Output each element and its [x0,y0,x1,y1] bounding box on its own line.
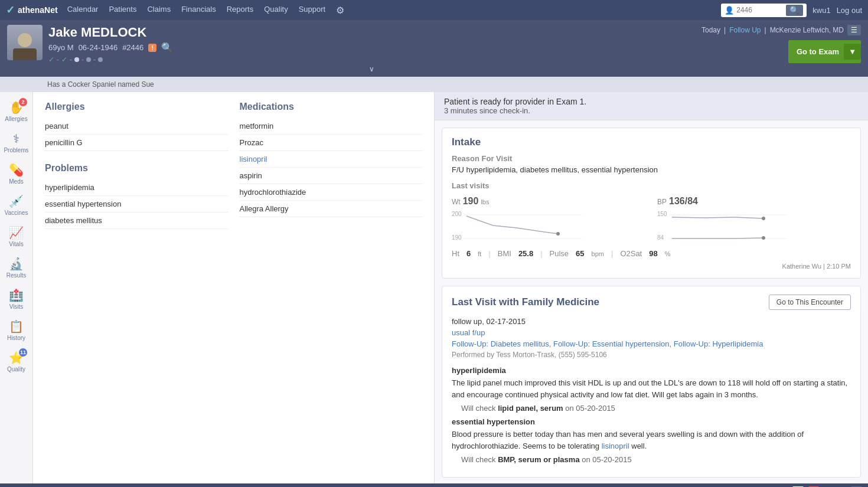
sidebar-item-vaccines[interactable]: 💉 Vaccines [1,191,32,220]
med-name-2[interactable]: lisinopril [240,155,267,164]
patient-age: 69yo M [48,43,74,52]
patient-status-bar: Patient is ready for provider in Exam 1.… [435,92,868,120]
sidebar-item-visits[interactable]: 🏥 Visits [1,285,32,313]
top-nav: ✓ athenaNet Calendar Patients Claims Fin… [0,0,868,20]
workflow-dash1: - [57,55,59,64]
lisinopril-link[interactable]: lisinopril [602,442,629,450]
brand-name: athenaNet [18,5,58,15]
sidebar-visits-label: Visits [9,303,24,310]
main-content: ✋ 2 Allergies ⚕ Problems 💊 Meds 💉 Vaccin… [0,92,868,483]
meds-icon: 💊 [9,163,24,177]
go-exam-dropdown-arrow[interactable]: ▼ [844,44,861,60]
sep2: | [540,249,542,258]
patient-avatar [7,25,43,60]
reason-value: F/U hyperlipidemia, diabetes mellitus, e… [452,165,851,174]
status-line2: 3 minutes since check-in. [444,106,586,115]
nav-claims[interactable]: Claims [147,5,171,16]
sidebar-vitals-label: Vitals [9,241,23,247]
sidebar-item-problems[interactable]: ⚕ Problems [1,128,32,157]
sidebar-meds-label: Meds [9,178,23,185]
ht-label: Ht [452,249,459,258]
history-icon: 📋 [9,319,24,334]
vitals-icon: 📈 [9,225,24,240]
header-sep1: | [724,26,726,34]
med-name-1: Prozac [240,138,263,147]
weight-unit: lbs [481,198,489,205]
weight-chart: Wt 190 lbs 200 190 [452,196,645,243]
workflow-dash3: - [81,55,84,64]
go-exam-container: Go to Exam ▼ [788,40,861,63]
sidebar-item-history[interactable]: 📋 History [1,316,32,345]
credit-name: Katherine Wu [782,263,821,270]
sidebar-quality-label: Quality [7,366,25,372]
nav-support[interactable]: Support [299,5,326,16]
search-box[interactable]: 👤 🔍 [721,4,807,17]
patient-dob: 06-24-1946 [79,43,118,52]
sep1: | [488,249,490,258]
vitals-row: Ht 6 ft | BMI 25.8 | Pulse 65 bpm | O2Sa… [452,249,851,258]
header-menu-icon[interactable]: ☰ [847,25,861,35]
search-button[interactable]: 🔍 [786,5,803,16]
patient-name: Jake MEDLOCK [48,25,696,40]
svg-text:200: 200 [452,211,462,217]
svg-point-10 [762,236,765,240]
medications-section: Medications metformin Prozac lisinopril … [240,102,423,229]
alert-badge[interactable]: ! [148,44,156,52]
bp-chart: BP 136/84 150 84 [657,196,851,243]
problem1-check-bold: lipid panel, serum [498,404,563,413]
nav-settings-icon[interactable]: ⚙ [336,5,344,16]
header-info-bar: Today | Follow Up | McKenzie Leftwich, M… [701,25,861,35]
workflow-dot2 [98,57,103,62]
brand[interactable]: ✓ athenaNet [6,4,58,17]
sidebar-allergies-label: Allergies [5,116,27,122]
nav-reports[interactable]: Reports [227,5,254,16]
workflow-bar: ✓ - ✓ - - - [48,55,696,64]
bp-label: BP [657,198,667,206]
user-link[interactable]: kwu1 [812,6,830,15]
right-panel: Patient is ready for provider in Exam 1.… [435,92,868,483]
visits-icon: 🏥 [9,288,24,302]
o2sat-value: 98 [649,249,657,258]
visit-date-line: follow up, 02-17-2015 [452,317,851,326]
svg-text:84: 84 [657,234,664,241]
nav-financials[interactable]: Financials [181,5,216,16]
intake-section: Intake Reason For Visit F/U hyperlipidem… [442,128,861,279]
logout-button[interactable]: Log out [837,6,862,15]
nav-patients[interactable]: Patients [109,5,136,16]
sidebar-item-allergies[interactable]: ✋ 2 Allergies [1,97,32,126]
med-name-5: Allegra Allergy [240,204,289,213]
go-exam-button[interactable]: Go to Exam ▼ [788,40,861,63]
avatar-head [18,33,32,47]
nav-calendar[interactable]: Calendar [67,5,99,16]
last-visits-label: Last visits [452,181,851,190]
last-visit-title: Last Visit with Family Medicine [452,296,599,308]
visit-performed-line: Performed by Tess Morton-Trask, (555) 59… [452,351,851,359]
weight-svg: 200 190 [452,209,582,244]
collapse-button[interactable]: ∨ [48,65,696,73]
vaccines-icon: 💉 [9,194,24,208]
problem2-check-bold: BMP, serum or plasma [498,455,579,464]
patient-note: Has a Cocker Spaniel named Sue [47,80,154,89]
go-encounter-button[interactable]: Go to This Encounter [769,295,851,310]
vitals-credit: Katherine Wu | 2:10 PM [452,263,851,270]
search-input[interactable] [736,6,784,14]
sidebar-results-label: Results [6,272,26,279]
allergies-badge-container: ✋ 2 [9,100,24,115]
nav-quality[interactable]: Quality [264,5,288,16]
sidebar-item-meds[interactable]: 💊 Meds [1,159,32,188]
header-followup[interactable]: Follow Up [729,26,761,34]
med-item-2[interactable]: lisinopril [240,151,423,168]
avatar-image [7,25,43,60]
med-name-4: hydrochlorothiazide [240,188,306,197]
patient-search-icon[interactable]: 🔍 [161,42,173,53]
weight-value: 190 [463,196,479,207]
patient-header: Jake MEDLOCK 69yo M 06-24-1946 #2446 ! 🔍… [0,20,868,77]
problem-item-0: hyperlipidemia [45,179,228,196]
sep3: | [611,249,613,258]
nav-right: 👤 🔍 kwu1 Log out [721,4,862,17]
sidebar-item-vitals[interactable]: 📈 Vitals [1,222,32,251]
pulse-unit: bpm [592,250,604,257]
sidebar-item-quality[interactable]: ⭐ 11 Quality [1,347,32,376]
sidebar-item-results[interactable]: 🔬 Results [1,253,32,282]
patient-id: #2446 [122,43,143,52]
